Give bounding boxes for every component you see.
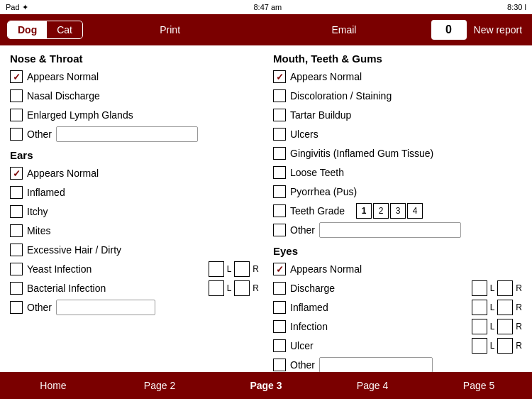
new-report-button[interactable]: New report [474,24,525,35]
ulcer-r-box[interactable] [497,338,513,354]
grade-4-box[interactable]: 4 [407,203,423,219]
bottom-nav-home[interactable]: Home [0,380,106,391]
bottom-nav-page2[interactable]: Page 2 [106,380,213,391]
teeth-grade-label: Teeth Grade [290,205,345,217]
eyes-other-input[interactable] [319,357,433,372]
ulcer-l-label: L [490,341,495,351]
inflamed-l-box[interactable] [472,300,487,315]
grade-group: 1 2 3 4 [356,203,423,219]
tab-dog[interactable]: Dog [8,21,47,38]
gingivitis-row: Gingivitis (Inflamed Gum Tissue) [273,146,522,161]
ulcer-l-box[interactable] [472,338,487,354]
enlarged-lymph-checkbox[interactable] [10,109,23,121]
nose-other-input[interactable] [56,126,198,142]
teeth-grade-row: Teeth Grade 1 2 3 4 [273,203,522,219]
bacterial-infection-row: Bacterial Infection L R [10,280,259,296]
email-button[interactable]: Email [257,24,431,35]
bacterial-lr-group: L R [209,280,259,296]
ears-other-input[interactable] [56,300,155,315]
ears-itchy-label: Itchy [27,206,48,217]
eyes-inflamed-label: Inflamed [290,302,328,313]
ears-appears-normal-checkbox[interactable] [10,167,23,180]
nasal-discharge-checkbox[interactable] [10,89,23,102]
mouth-appears-normal-checkbox[interactable] [273,70,286,83]
bacterial-infection-label: Bacterial Infection [27,283,106,294]
mouth-other-label: Other [290,224,315,236]
eyes-ulcer-checkbox[interactable] [273,339,286,352]
bottom-nav-page5[interactable]: Page 5 [426,380,532,391]
eyes-appears-normal-row: Appears Normal [273,261,522,277]
bacterial-r-box[interactable] [234,280,250,296]
yeast-infection-checkbox[interactable] [10,263,23,275]
eyes-section: Eyes Appears Normal Discharge L R Inflam… [273,245,522,372]
ears-inflamed-label: Inflamed [27,187,65,198]
ulcers-row: Ulcers [273,126,522,142]
battery: 8:30 l [507,3,526,11]
ears-mites-checkbox[interactable] [10,224,23,237]
mouth-appears-normal-row: Appears Normal [273,69,522,84]
tab-cat[interactable]: Cat [47,21,82,38]
nose-appears-normal-checkbox[interactable] [10,70,23,83]
ulcer-lr-group: L R [472,338,522,354]
ears-other-label: Other [27,302,52,313]
grade-3-box[interactable]: 3 [390,203,406,219]
yeast-l-box[interactable] [209,261,224,277]
ears-inflamed-checkbox[interactable] [10,186,23,199]
discharge-lr-group: L R [472,280,522,296]
infection-l-label: L [490,322,495,332]
infection-l-box[interactable] [472,319,487,334]
pyorrhea-checkbox[interactable] [273,185,286,198]
counter-wrap: 0 [431,20,467,40]
nasal-discharge-label: Nasal Discharge [27,90,100,102]
eyes-appears-normal-checkbox[interactable] [273,263,286,275]
eyes-inflamed-checkbox[interactable] [273,301,286,314]
yeast-l-label: L [227,264,232,274]
mouth-section: Mouth, Teeth & Gums Appears Normal Disco… [273,53,522,238]
infection-lr-group: L R [472,319,522,334]
eyes-infection-checkbox[interactable] [273,320,286,333]
eyes-discharge-checkbox[interactable] [273,282,286,295]
right-column: Mouth, Teeth & Gums Appears Normal Disco… [266,53,522,365]
eyes-other-checkbox[interactable] [273,359,286,371]
discoloration-checkbox[interactable] [273,89,286,102]
time: 8:47 am [253,3,282,11]
yeast-lr-group: L R [209,261,259,277]
nose-other-checkbox[interactable] [10,128,23,141]
inflamed-r-label: R [516,302,522,312]
tartar-checkbox[interactable] [273,109,286,121]
discharge-r-box[interactable] [497,280,513,296]
discharge-l-box[interactable] [472,280,487,296]
ulcers-label: Ulcers [290,129,318,140]
inflamed-l-label: L [490,302,495,312]
nose-other-row: Other [10,126,259,142]
grade-2-box[interactable]: 2 [373,203,389,219]
bottom-nav-page3[interactable]: Page 3 [213,380,319,391]
counter-box: 0 [431,20,467,40]
ears-itchy-checkbox[interactable] [10,205,23,218]
bottom-nav: Home Page 2 Page 3 Page 4 Page 5 [0,372,532,399]
mouth-other-checkbox[interactable] [273,224,286,236]
grade-1-box[interactable]: 1 [356,203,372,219]
loose-teeth-checkbox[interactable] [273,166,286,179]
eyes-inflamed-row: Inflamed L R [273,300,522,315]
enlarged-lymph-label: Enlarged Lymph Glands [27,109,133,121]
nose-other-label: Other [27,129,52,140]
print-button[interactable]: Print [83,24,257,35]
infection-r-box[interactable] [497,319,513,334]
teeth-grade-checkbox[interactable] [273,204,286,217]
main-content: Nose & Throat Appears Normal Nasal Disch… [0,45,532,372]
inflamed-r-box[interactable] [497,300,513,315]
bacterial-l-box[interactable] [209,280,224,296]
ulcers-checkbox[interactable] [273,128,286,141]
carrier: Pad ✦ [6,3,28,12]
mouth-other-input[interactable] [319,222,461,238]
ears-excessive-hair-checkbox[interactable] [10,244,23,256]
bacterial-infection-checkbox[interactable] [10,282,23,295]
yeast-r-box[interactable] [234,261,250,277]
eyes-ulcer-label: Ulcer [290,340,314,351]
bottom-nav-page4[interactable]: Page 4 [319,380,426,391]
pyorrhea-label: Pyorrhea (Pus) [290,186,357,197]
gingivitis-checkbox[interactable] [273,147,286,160]
nose-throat-section: Nose & Throat Appears Normal Nasal Disch… [10,53,259,142]
ears-other-checkbox[interactable] [10,301,23,314]
